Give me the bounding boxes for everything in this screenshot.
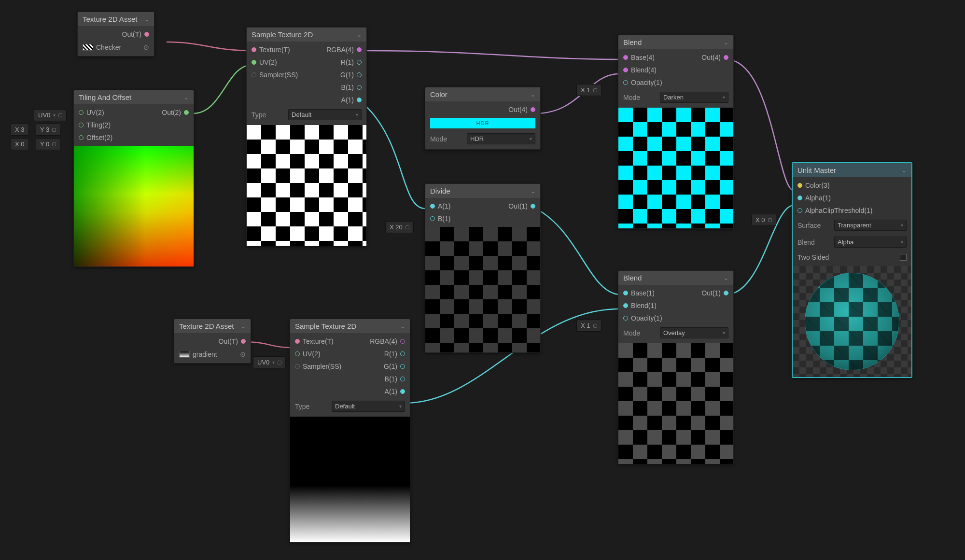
input-port[interactable] — [295, 364, 300, 369]
chevron-down-icon[interactable]: ⌄ — [400, 323, 405, 330]
chevron-down-icon[interactable]: ⌄ — [724, 275, 728, 281]
input-port[interactable] — [252, 47, 256, 52]
input-port[interactable] — [797, 208, 802, 213]
input-port[interactable] — [623, 55, 628, 60]
uv-slot-chip[interactable]: UV0▾ — [253, 356, 286, 368]
chevron-down-icon[interactable]: ⌄ — [724, 39, 728, 46]
texture-swatch[interactable] — [83, 44, 93, 51]
mode-select[interactable]: Overlay▾ — [660, 327, 728, 338]
chevron-down-icon: ▾ — [723, 330, 725, 336]
node-title[interactable]: Texture 2D Asset⌄ — [174, 319, 251, 333]
input-port[interactable] — [79, 123, 84, 127]
input-port[interactable] — [797, 196, 802, 200]
input-port[interactable] — [430, 216, 435, 221]
node-texture2d-asset-1[interactable]: Texture 2D Asset ⌄ Out(T) Checker ⊙ — [77, 12, 154, 56]
blend-label: Blend — [797, 238, 828, 246]
chevron-down-icon[interactable]: ⌄ — [531, 91, 535, 98]
asset-name: gradient — [193, 350, 237, 358]
float-chip[interactable]: X 1 — [576, 84, 601, 96]
node-color[interactable]: Color⌄ Out(4) ModeHDR▾ — [425, 87, 541, 150]
chevron-down-icon[interactable]: ⌄ — [531, 188, 535, 195]
chevron-down-icon[interactable]: ⌄ — [902, 167, 907, 174]
vector-chip[interactable]: Y 3 — [36, 124, 60, 136]
type-select[interactable]: Default▾ — [288, 109, 362, 120]
input-port[interactable] — [295, 339, 300, 344]
input-port[interactable] — [623, 291, 628, 295]
output-port[interactable] — [357, 72, 362, 77]
uv-slot-chip[interactable]: UV0▾ — [34, 109, 67, 121]
chevron-down-icon[interactable]: ⌄ — [357, 31, 362, 38]
texture-swatch[interactable] — [179, 351, 190, 358]
port-label: Opacity(1) — [631, 314, 662, 322]
vector-chip[interactable]: Y 0 — [36, 138, 60, 150]
object-picker-icon[interactable]: ⊙ — [143, 43, 149, 51]
node-tiling-and-offset[interactable]: Tiling And Offset ⌄ UV(2) Out(2) Tiling(… — [73, 90, 194, 267]
output-port[interactable] — [184, 110, 189, 115]
chevron-down-icon[interactable]: ⌄ — [241, 323, 246, 330]
float-chip[interactable]: X 1 — [576, 320, 601, 332]
node-title[interactable]: Unlit Master⌄ — [793, 163, 911, 177]
input-port[interactable] — [79, 135, 84, 140]
node-sample-texture-2d-2[interactable]: Sample Texture 2D⌄ Texture(T) RGBA(4) UV… — [290, 319, 410, 543]
input-port[interactable] — [79, 110, 84, 115]
input-port[interactable] — [623, 303, 628, 308]
node-title[interactable]: Sample Texture 2D⌄ — [247, 28, 366, 42]
port-label: RGBA(4) — [326, 46, 354, 54]
input-port[interactable] — [623, 316, 628, 321]
node-preview — [247, 125, 366, 246]
input-port[interactable] — [623, 68, 628, 72]
vector-chip[interactable]: X 3 — [11, 124, 29, 136]
output-port[interactable] — [724, 291, 728, 295]
node-divide[interactable]: Divide⌄ A(1) Out(1) B(1) — [425, 183, 541, 353]
input-port[interactable] — [623, 80, 628, 85]
chevron-down-icon[interactable]: ⌄ — [184, 94, 189, 101]
node-blend-2[interactable]: Blend⌄ Base(1) Out(1) Blend(1) Opacity(1… — [618, 270, 734, 464]
blend-select[interactable]: Alpha▾ — [834, 237, 907, 248]
chevron-down-icon[interactable]: ⌄ — [144, 16, 149, 23]
output-port[interactable] — [531, 204, 535, 209]
node-blend-1[interactable]: Blend⌄ Base(4) Out(4) Blend(4) Opacity(1… — [618, 35, 734, 229]
output-port[interactable] — [357, 47, 362, 52]
node-title[interactable]: Blend⌄ — [618, 271, 733, 285]
input-port[interactable] — [295, 351, 300, 356]
output-port[interactable] — [400, 339, 405, 344]
node-sample-texture-2d-1[interactable]: Sample Texture 2D⌄ Texture(T) RGBA(4) UV… — [246, 27, 367, 246]
node-unlit-master[interactable]: Unlit Master⌄ Color(3) Alpha(1) AlphaCli… — [792, 162, 912, 378]
output-port[interactable] — [400, 351, 405, 356]
chevron-down-icon[interactable]: ▾ — [272, 360, 275, 365]
input-port[interactable] — [430, 204, 435, 209]
output-port[interactable] — [400, 377, 405, 381]
float-chip[interactable]: X 20 — [385, 221, 414, 233]
output-port[interactable] — [724, 55, 728, 60]
node-title[interactable]: Divide⌄ — [425, 184, 540, 198]
float-chip[interactable]: X 0 — [751, 214, 776, 226]
surface-select[interactable]: Transparent▾ — [834, 220, 907, 231]
node-title[interactable]: Sample Texture 2D⌄ — [290, 319, 410, 333]
output-port[interactable] — [357, 60, 362, 65]
type-select[interactable]: Default▾ — [332, 401, 405, 412]
output-port[interactable] — [531, 107, 535, 112]
chip-label: X 0 — [755, 216, 765, 224]
node-title[interactable]: Blend⌄ — [618, 35, 733, 49]
node-title[interactable]: Color⌄ — [425, 87, 540, 101]
input-port[interactable] — [252, 60, 256, 65]
two-sided-toggle[interactable] — [900, 254, 907, 261]
input-port[interactable] — [252, 72, 256, 77]
output-port[interactable] — [144, 32, 149, 37]
output-port[interactable] — [400, 389, 405, 394]
color-field[interactable] — [430, 118, 535, 128]
output-port[interactable] — [357, 85, 362, 90]
type-label: Type — [295, 403, 326, 410]
vector-chip[interactable]: X 0 — [11, 138, 29, 150]
node-title[interactable]: Texture 2D Asset ⌄ — [78, 12, 154, 26]
chevron-down-icon[interactable]: ▾ — [53, 112, 56, 118]
mode-select[interactable]: Darken▾ — [660, 92, 728, 103]
output-port[interactable] — [400, 364, 405, 369]
input-port[interactable] — [797, 183, 802, 188]
output-port[interactable] — [241, 339, 246, 344]
object-picker-icon[interactable]: ⊙ — [240, 350, 246, 358]
mode-select[interactable]: HDR▾ — [467, 133, 535, 144]
node-title[interactable]: Tiling And Offset ⌄ — [74, 90, 194, 104]
node-texture2d-asset-2[interactable]: Texture 2D Asset⌄ Out(T) gradient⊙ — [174, 319, 251, 364]
output-port[interactable] — [357, 98, 362, 102]
